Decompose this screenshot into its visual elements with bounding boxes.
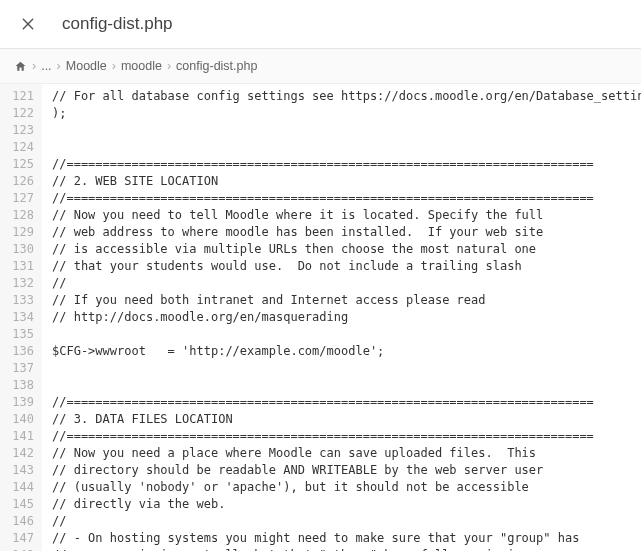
code-line: // For all database config settings see … bbox=[52, 88, 641, 105]
line-number: 144 bbox=[4, 479, 34, 496]
line-number: 121 bbox=[4, 88, 34, 105]
breadcrumb-ellipsis[interactable]: ... bbox=[41, 59, 51, 73]
line-number: 126 bbox=[4, 173, 34, 190]
code-line: // Now you need to tell Moodle where it … bbox=[52, 207, 641, 224]
line-number: 138 bbox=[4, 377, 34, 394]
line-number: 137 bbox=[4, 360, 34, 377]
code-line: // is accessible via multiple URLs then … bbox=[52, 241, 641, 258]
code-line bbox=[52, 139, 641, 156]
code-line: // no permissions at all, but that "othe… bbox=[52, 547, 641, 551]
close-icon[interactable] bbox=[18, 14, 38, 34]
code-line: // Now you need a place where Moodle can… bbox=[52, 445, 641, 462]
line-number: 146 bbox=[4, 513, 34, 530]
line-number: 143 bbox=[4, 462, 34, 479]
code-line: // - On hosting systems you might need t… bbox=[52, 530, 641, 547]
line-number: 139 bbox=[4, 394, 34, 411]
line-number: 124 bbox=[4, 139, 34, 156]
code-line: // 3. DATA FILES LOCATION bbox=[52, 411, 641, 428]
code-line: // bbox=[52, 513, 641, 530]
code-viewer: 1211221231241251261271281291301311321331… bbox=[0, 84, 641, 551]
line-number: 147 bbox=[4, 530, 34, 547]
line-number-gutter: 1211221231241251261271281291301311321331… bbox=[0, 84, 42, 551]
line-number: 128 bbox=[4, 207, 34, 224]
code-line: $CFG->wwwroot = 'http://example.com/mood… bbox=[52, 343, 641, 360]
code-line: // that your students would use. Do not … bbox=[52, 258, 641, 275]
line-number: 140 bbox=[4, 411, 34, 428]
breadcrumb: › ... › Moodle › moodle › config-dist.ph… bbox=[0, 49, 641, 84]
code-line: // directory should be readable AND WRIT… bbox=[52, 462, 641, 479]
line-number: 131 bbox=[4, 258, 34, 275]
code-line: // bbox=[52, 275, 641, 292]
code-line: // web address to where moodle has been … bbox=[52, 224, 641, 241]
line-number: 133 bbox=[4, 292, 34, 309]
breadcrumb-item[interactable]: moodle bbox=[121, 59, 162, 73]
line-number: 134 bbox=[4, 309, 34, 326]
code-line: // directly via the web. bbox=[52, 496, 641, 513]
code-line bbox=[52, 360, 641, 377]
code-line bbox=[52, 377, 641, 394]
chevron-right-icon: › bbox=[57, 59, 61, 73]
code-line: // http://docs.moodle.org/en/masqueradin… bbox=[52, 309, 641, 326]
line-number: 122 bbox=[4, 105, 34, 122]
line-number: 129 bbox=[4, 224, 34, 241]
home-icon[interactable] bbox=[14, 60, 27, 73]
line-number: 125 bbox=[4, 156, 34, 173]
code-line: // (usually 'nobody' or 'apache'), but i… bbox=[52, 479, 641, 496]
code-line: //======================================… bbox=[52, 156, 641, 173]
line-number: 145 bbox=[4, 496, 34, 513]
line-number: 141 bbox=[4, 428, 34, 445]
line-number: 130 bbox=[4, 241, 34, 258]
line-number: 132 bbox=[4, 275, 34, 292]
code-line: //======================================… bbox=[52, 428, 641, 445]
header-bar: config-dist.php bbox=[0, 0, 641, 49]
line-number: 136 bbox=[4, 343, 34, 360]
breadcrumb-item[interactable]: Moodle bbox=[66, 59, 107, 73]
code-line: //======================================… bbox=[52, 394, 641, 411]
chevron-right-icon: › bbox=[32, 59, 36, 73]
page-title: config-dist.php bbox=[62, 14, 173, 34]
line-number: 127 bbox=[4, 190, 34, 207]
code-line: // 2. WEB SITE LOCATION bbox=[52, 173, 641, 190]
code-line: ); bbox=[52, 105, 641, 122]
code-line: //======================================… bbox=[52, 190, 641, 207]
chevron-right-icon: › bbox=[112, 59, 116, 73]
breadcrumb-current: config-dist.php bbox=[176, 59, 257, 73]
code-line: // If you need both intranet and Interne… bbox=[52, 292, 641, 309]
chevron-right-icon: › bbox=[167, 59, 171, 73]
code-content[interactable]: // For all database config settings see … bbox=[42, 84, 641, 551]
line-number: 123 bbox=[4, 122, 34, 139]
code-line bbox=[52, 122, 641, 139]
line-number: 148 bbox=[4, 547, 34, 551]
line-number: 135 bbox=[4, 326, 34, 343]
code-line bbox=[52, 326, 641, 343]
line-number: 142 bbox=[4, 445, 34, 462]
